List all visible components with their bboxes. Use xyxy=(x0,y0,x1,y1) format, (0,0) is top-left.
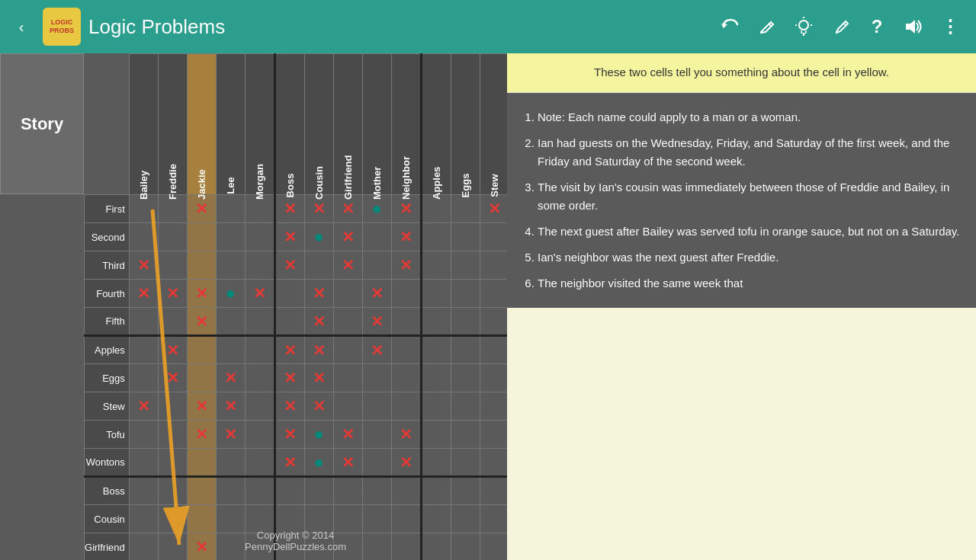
cell-8-5[interactable]: ✕ xyxy=(274,421,304,449)
cell-6-7[interactable] xyxy=(333,364,362,392)
cell-3-8[interactable]: ✕ xyxy=(362,280,391,308)
cell-3-2[interactable]: ✕ xyxy=(187,280,216,308)
cell-9-10[interactable] xyxy=(421,449,451,477)
cell-8-8[interactable] xyxy=(362,421,391,449)
cell-10-8[interactable] xyxy=(362,477,391,505)
cell-8-12[interactable] xyxy=(480,421,507,449)
cell-2-10[interactable] xyxy=(421,251,451,280)
bulb-button[interactable] xyxy=(787,10,820,43)
cell-1-12[interactable] xyxy=(480,223,507,251)
cell-2-12[interactable] xyxy=(480,251,507,280)
cell-5-5[interactable]: ✕ xyxy=(274,336,304,364)
cell-4-6[interactable]: ✕ xyxy=(304,308,333,336)
cell-8-3[interactable]: ✕ xyxy=(216,421,245,449)
cell-1-8[interactable] xyxy=(362,223,391,251)
cell-5-4[interactable] xyxy=(245,336,274,364)
cell-9-4[interactable] xyxy=(245,449,274,477)
cell-10-7[interactable] xyxy=(333,477,362,505)
cell-1-11[interactable] xyxy=(451,223,480,251)
pencil-button[interactable] xyxy=(750,10,784,43)
cell-9-6[interactable]: ● xyxy=(304,449,333,477)
cell-6-0[interactable] xyxy=(129,364,158,392)
cell-8-4[interactable] xyxy=(245,421,274,449)
cell-10-9[interactable] xyxy=(391,477,421,505)
back-button[interactable]: ‹ xyxy=(8,13,35,40)
cell-7-11[interactable] xyxy=(451,392,480,421)
cell-8-9[interactable]: ✕ xyxy=(391,421,421,449)
right-panel[interactable]: These two cells tell you something about… xyxy=(507,53,976,560)
cell-3-4[interactable]: ✕ xyxy=(245,280,274,308)
cell-9-11[interactable] xyxy=(451,449,480,477)
cell-7-1[interactable] xyxy=(158,392,187,421)
cell-9-1[interactable] xyxy=(158,449,187,477)
cell-5-12[interactable] xyxy=(480,336,507,364)
cell-1-0[interactable] xyxy=(129,223,158,251)
cell-9-5[interactable]: ✕ xyxy=(274,449,304,477)
cell-7-12[interactable] xyxy=(480,392,507,421)
cell-5-2[interactable] xyxy=(187,336,216,364)
cell-4-8[interactable]: ✕ xyxy=(362,308,391,336)
cell-6-4[interactable] xyxy=(245,364,274,392)
cell-3-0[interactable]: ✕ xyxy=(129,280,158,308)
cell-7-9[interactable] xyxy=(391,392,421,421)
cell-2-2[interactable] xyxy=(187,251,216,280)
cell-7-7[interactable] xyxy=(333,392,362,421)
cell-10-0[interactable] xyxy=(129,477,158,505)
cell-1-9[interactable]: ✕ xyxy=(391,223,421,251)
cell-2-11[interactable] xyxy=(451,251,480,280)
cell-2-6[interactable] xyxy=(304,251,333,280)
cell-5-0[interactable] xyxy=(129,336,158,364)
cell-7-2[interactable]: ✕ xyxy=(187,392,216,421)
cell-9-7[interactable]: ✕ xyxy=(333,449,362,477)
cell-7-3[interactable]: ✕ xyxy=(216,392,245,421)
cell-3-1[interactable]: ✕ xyxy=(158,280,187,308)
cell-1-6[interactable]: ● xyxy=(304,223,333,251)
cell-5-10[interactable] xyxy=(421,336,451,364)
cell-5-8[interactable]: ✕ xyxy=(362,336,391,364)
menu-button[interactable]: ⋮ xyxy=(933,10,967,43)
cell-4-4[interactable] xyxy=(245,308,274,336)
cell-3-9[interactable] xyxy=(391,280,421,308)
cell-4-3[interactable] xyxy=(216,308,245,336)
cell-8-2[interactable]: ✕ xyxy=(187,421,216,449)
cell-7-6[interactable]: ✕ xyxy=(304,392,333,421)
cell-4-7[interactable] xyxy=(333,308,362,336)
cell-4-1[interactable] xyxy=(158,308,187,336)
cell-1-10[interactable] xyxy=(421,223,451,251)
cell-1-7[interactable]: ✕ xyxy=(333,223,362,251)
cell-8-7[interactable]: ✕ xyxy=(333,421,362,449)
cell-10-2[interactable] xyxy=(187,477,216,505)
volume-button[interactable] xyxy=(897,10,930,43)
cell-6-11[interactable] xyxy=(451,364,480,392)
pen-button[interactable] xyxy=(824,10,857,43)
cell-2-0[interactable]: ✕ xyxy=(129,251,158,280)
cell-7-8[interactable] xyxy=(362,392,391,421)
cell-8-0[interactable] xyxy=(129,421,158,449)
cell-10-5[interactable] xyxy=(274,477,304,505)
cell-3-12[interactable] xyxy=(480,280,507,308)
cell-6-5[interactable]: ✕ xyxy=(274,364,304,392)
cell-3-10[interactable] xyxy=(421,280,451,308)
cell-8-11[interactable] xyxy=(451,421,480,449)
cell-1-1[interactable] xyxy=(158,223,187,251)
cell-7-10[interactable] xyxy=(421,392,451,421)
cell-9-9[interactable]: ✕ xyxy=(391,449,421,477)
cell-5-11[interactable] xyxy=(451,336,480,364)
cell-3-7[interactable] xyxy=(333,280,362,308)
cell-9-8[interactable] xyxy=(362,449,391,477)
cell-2-9[interactable]: ✕ xyxy=(391,251,421,280)
cell-2-3[interactable] xyxy=(216,251,245,280)
cell-10-10[interactable] xyxy=(421,477,451,505)
cell-2-8[interactable] xyxy=(362,251,391,280)
cell-10-12[interactable] xyxy=(480,477,507,505)
cell-1-3[interactable] xyxy=(216,223,245,251)
cell-1-4[interactable] xyxy=(245,223,274,251)
story-button[interactable]: Story xyxy=(0,53,84,194)
cell-4-10[interactable] xyxy=(421,308,451,336)
cell-6-1[interactable]: ✕ xyxy=(158,364,187,392)
cell-10-1[interactable] xyxy=(158,477,187,505)
cell-6-6[interactable]: ✕ xyxy=(304,364,333,392)
cell-5-3[interactable] xyxy=(216,336,245,364)
cell-6-3[interactable]: ✕ xyxy=(216,364,245,392)
cell-8-1[interactable] xyxy=(158,421,187,449)
